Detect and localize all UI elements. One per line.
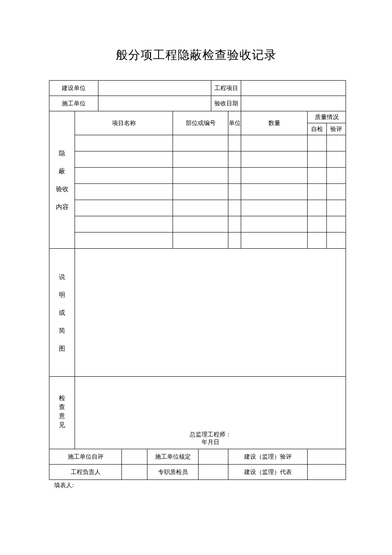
- contractor-self-eval-label: 施工单位自评: [49, 449, 122, 465]
- table-cell: [241, 232, 308, 249]
- table-cell: [173, 151, 228, 168]
- table-cell: [173, 200, 228, 216]
- table-cell: [308, 168, 327, 184]
- table-cell: [75, 184, 173, 200]
- page-title: 般分项工程隐蔽检查验收记录: [49, 47, 343, 63]
- col-quantity: 数量: [241, 111, 308, 135]
- table-cell: [327, 168, 346, 184]
- table-cell: [327, 216, 346, 232]
- table-cell: [308, 232, 327, 249]
- contractor-label: 施工单位: [49, 96, 98, 111]
- table-cell: [241, 135, 308, 151]
- table-cell: [308, 200, 327, 216]
- table-cell: [75, 168, 173, 184]
- table-cell: [241, 216, 308, 232]
- qc-inspector-label: 专职质检员: [147, 465, 199, 480]
- table-cell: [75, 232, 173, 249]
- qc-inspector-value: [199, 465, 228, 480]
- contractor-verify-label: 施工单位核定: [147, 449, 199, 465]
- project-label: 工程项目: [211, 81, 241, 96]
- table-cell: [228, 168, 241, 184]
- col-unit: 单位: [228, 111, 241, 135]
- construction-unit-value: [98, 81, 211, 96]
- table-cell: [327, 200, 346, 216]
- table-cell: [75, 135, 173, 151]
- description-diagram-content: [75, 249, 346, 377]
- table-cell: [228, 135, 241, 151]
- project-leader-value: [122, 465, 147, 480]
- owner-supervision-rep-label: 建设（监理）代表: [228, 465, 308, 480]
- table-cell: [228, 184, 241, 200]
- table-cell: [308, 151, 327, 168]
- table-cell: [241, 168, 308, 184]
- table-cell: [228, 216, 241, 232]
- project-value: [241, 81, 346, 96]
- table-cell: [241, 151, 308, 168]
- contractor-self-eval-value: [122, 449, 147, 465]
- construction-unit-label: 建设单位: [49, 81, 98, 96]
- table-cell: [228, 200, 241, 216]
- table-cell: [327, 232, 346, 249]
- table-cell: [308, 135, 327, 151]
- table-cell: [241, 200, 308, 216]
- inspection-opinion-label: 检查意见: [49, 377, 75, 449]
- table-cell: [327, 151, 346, 168]
- table-cell: [308, 184, 327, 200]
- date-label: 年月日: [75, 439, 346, 446]
- table-cell: [327, 184, 346, 200]
- table-cell: [75, 151, 173, 168]
- table-cell: [228, 232, 241, 249]
- table-cell: [173, 135, 228, 151]
- description-diagram-label: 说明或简图: [49, 249, 75, 377]
- col-item-name: 项目名称: [75, 111, 173, 135]
- accept-date-value: [241, 96, 346, 111]
- project-leader-label: 工程负责人: [49, 465, 122, 480]
- owner-supervision-eval-label: 建设（监理）验评: [228, 449, 308, 465]
- contractor-verify-value: [199, 449, 228, 465]
- table-cell: [173, 184, 228, 200]
- accept-date-label: 验收日期: [211, 96, 241, 111]
- chief-engineer-label: 总监理工程师：: [75, 431, 346, 439]
- side-label-text: 隐: [59, 150, 65, 157]
- hidden-accept-content-label: 隐蔽验收内容: [49, 111, 75, 249]
- col-review: 验评: [327, 123, 346, 135]
- table-cell: [327, 135, 346, 151]
- table-cell: [308, 216, 327, 232]
- inspection-opinion-content: 总监理工程师： 年月日: [75, 377, 346, 449]
- table-cell: [173, 168, 228, 184]
- col-selfcheck: 自检: [308, 123, 327, 135]
- form-table: 建设单位 工程项目 施工单位 验收日期 隐蔽验收内容 项目名称 部位或编号 单位…: [49, 80, 346, 480]
- owner-supervision-eval-value: [308, 449, 346, 465]
- table-cell: [241, 184, 308, 200]
- col-quality: 质量情况: [308, 111, 346, 123]
- form-filler-label: 填表人:: [54, 482, 343, 489]
- table-cell: [75, 216, 173, 232]
- contractor-value: [98, 96, 211, 111]
- col-part-or-no: 部位或编号: [173, 111, 228, 135]
- table-cell: [228, 151, 241, 168]
- owner-supervision-rep-value: [308, 465, 346, 480]
- table-cell: [173, 216, 228, 232]
- table-cell: [173, 232, 228, 249]
- table-cell: [75, 200, 173, 216]
